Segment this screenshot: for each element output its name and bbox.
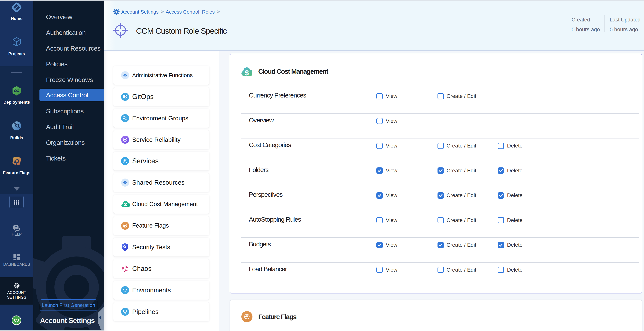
svg-text:$: $ <box>244 69 249 76</box>
svg-text:?: ? <box>15 226 17 229</box>
svg-text:$: $ <box>125 203 126 206</box>
